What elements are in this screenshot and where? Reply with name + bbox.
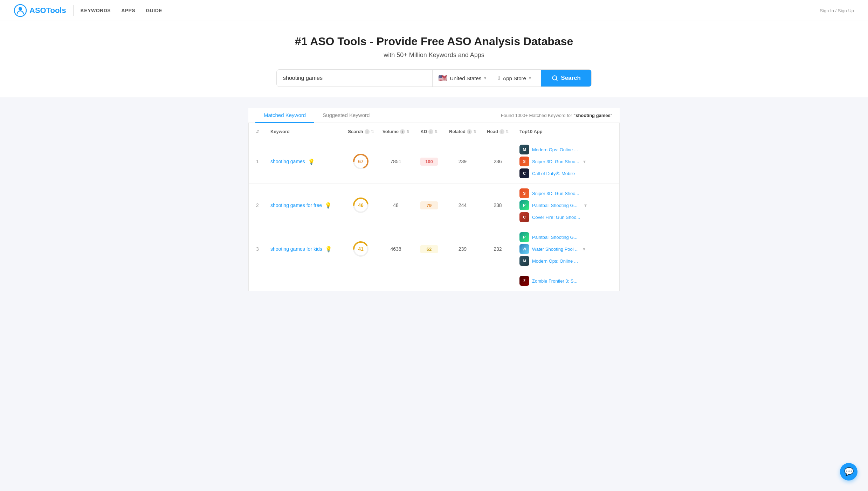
app-item: S Sniper 3D: Gun Shoo... (519, 157, 579, 166)
score-cell: 41 (343, 227, 378, 271)
kd-cell: 100 (413, 140, 445, 184)
top10-cell: M Modern Ops: Online ... S Sniper 3D: Gu… (515, 140, 619, 184)
found-text: Found 1000+ Matched Keyword for "shootin… (501, 109, 613, 122)
app-name[interactable]: Cover Fire: Gun Shoo... (532, 215, 580, 220)
search-input[interactable] (277, 70, 432, 87)
keyword-link[interactable]: shooting games for kids (270, 246, 322, 252)
score-value: 41 (358, 246, 364, 252)
app-thumbnail: M (519, 256, 529, 266)
col-search-label: Search (348, 129, 363, 134)
bulb-icon[interactable]: 💡 (308, 158, 315, 165)
found-mid: Matched Keyword for (529, 113, 572, 118)
nav-keywords[interactable]: KEYWORDS (81, 8, 111, 13)
table-row: 1 shooting games 💡 67 7851 100 239 236 (249, 140, 619, 184)
keyword-link[interactable]: shooting games (270, 159, 305, 164)
col-kd-label: KD (421, 129, 427, 134)
found-prefix: Found (501, 113, 514, 118)
keyword-cell: shooting games 💡 (266, 140, 343, 184)
search-button-label: Search (561, 75, 581, 82)
nav-apps[interactable]: APPS (121, 8, 135, 13)
header-right: Sign In / Sign Up (820, 7, 854, 14)
volume-info-icon[interactable]: i (400, 129, 405, 134)
app-list: M Modern Ops: Online ... S Sniper 3D: Gu… (519, 145, 579, 178)
logo[interactable]: ASOTools (14, 4, 66, 17)
app-name[interactable]: Call of Duty®: Mobile (532, 171, 575, 176)
head-cell (480, 271, 515, 291)
header-divider (73, 5, 74, 16)
app-list: S Sniper 3D: Gun Shoo... P Paintball Sho… (519, 188, 580, 222)
app-name[interactable]: Sniper 3D: Gun Shoo... (532, 191, 579, 196)
bulb-icon[interactable]: 💡 (325, 202, 332, 209)
store-select[interactable]:  App Store ▾ (492, 70, 541, 87)
head-info-icon[interactable]: i (500, 129, 504, 134)
app-name[interactable]: Paintball Shooting G... (532, 203, 577, 208)
head-cell: 236 (480, 140, 515, 184)
related-sort-icon[interactable]: ⇅ (473, 130, 476, 133)
app-item: W Water Shooting Pool ... (519, 244, 579, 254)
kd-cell (413, 271, 445, 291)
head-cell: 232 (480, 227, 515, 271)
expand-button[interactable]: ▾ (583, 246, 585, 252)
app-letter: M (523, 147, 526, 152)
table-row: 2 shooting games for free 💡 46 48 79 244… (249, 184, 619, 227)
search-sort-icon[interactable]: ⇅ (371, 130, 374, 133)
app-item: Z Zombie Frontier 3: S... (519, 276, 615, 286)
table-row: 3 shooting games for kids 💡 41 4638 62 2… (249, 227, 619, 271)
volume-sort-icon[interactable]: ⇅ (406, 130, 409, 133)
expand-button[interactable]: ▾ (584, 202, 587, 208)
app-thumbnail: C (519, 212, 529, 222)
score-cell: 46 (343, 184, 378, 227)
keyword-cell: shooting games for kids 💡 (266, 227, 343, 271)
col-volume-label: Volume (383, 129, 399, 134)
related-info-icon[interactable]: i (467, 129, 472, 134)
score-circle: 67 (352, 152, 370, 171)
head-sort-icon[interactable]: ⇅ (506, 130, 509, 133)
col-header-head: Head i ⇅ (480, 123, 515, 140)
keyword-link[interactable]: shooting games for free (270, 202, 322, 208)
top10-cell: S Sniper 3D: Gun Shoo... P Paintball Sho… (515, 184, 619, 227)
kd-cell: 62 (413, 227, 445, 271)
apple-icon:  (498, 75, 500, 81)
app-name[interactable]: Paintball Shooting G... (532, 235, 577, 240)
expand-button[interactable]: ▾ (583, 159, 586, 164)
search-bar: 🇺🇸 United States ▾  App Store ▾ Search (276, 69, 592, 87)
app-thumbnail: W (519, 244, 529, 254)
col-header-volume: Volume i ⇅ (378, 123, 413, 140)
score-circle: 46 (352, 196, 370, 214)
kd-badge: 100 (420, 158, 438, 166)
search-info-icon[interactable]: i (365, 129, 370, 134)
tab-matched-keyword[interactable]: Matched Keyword (255, 108, 314, 123)
app-name[interactable]: Sniper 3D: Gun Shoo... (532, 159, 579, 164)
logo-icon (14, 4, 27, 17)
app-name[interactable]: Zombie Frontier 3: S... (532, 278, 577, 284)
app-letter: P (523, 235, 525, 239)
app-name[interactable]: Modern Ops: Online ... (532, 147, 578, 152)
kd-info-icon[interactable]: i (428, 129, 433, 134)
kd-sort-icon[interactable]: ⇅ (435, 130, 438, 133)
svg-line-3 (556, 79, 557, 80)
app-name[interactable]: Modern Ops: Online ... (532, 258, 578, 264)
bulb-icon[interactable]: 💡 (325, 246, 332, 253)
app-thumbnail: P (519, 232, 529, 242)
app-name[interactable]: Water Shooting Pool ... (532, 247, 579, 252)
app-item: C Call of Duty®: Mobile (519, 168, 579, 178)
app-thumbnail: C (519, 168, 529, 178)
svg-point-1 (19, 7, 22, 11)
search-button[interactable]: Search (541, 70, 591, 87)
logo-text: ASOTools (29, 6, 66, 15)
score-cell: 67 (343, 140, 378, 184)
login-link[interactable]: Sign In / Sign Up (820, 8, 854, 13)
app-letter: S (523, 191, 525, 195)
col-header-related: Related i ⇅ (445, 123, 480, 140)
found-count: 1000+ (515, 113, 528, 118)
nav-guide[interactable]: GUIDE (146, 8, 162, 13)
col-header-keyword: Keyword (266, 123, 343, 140)
row-num (249, 271, 266, 291)
tab-suggested-keyword[interactable]: Suggested Keyword (314, 108, 378, 123)
country-select[interactable]: 🇺🇸 United States ▾ (433, 70, 492, 87)
top10-cell: Z Zombie Frontier 3: S... (515, 271, 619, 291)
hero-subtitle: with 50+ Million Keywords and Apps (7, 51, 861, 59)
row-num: 3 (249, 227, 266, 271)
app-letter: C (523, 171, 526, 175)
head-cell: 238 (480, 184, 515, 227)
